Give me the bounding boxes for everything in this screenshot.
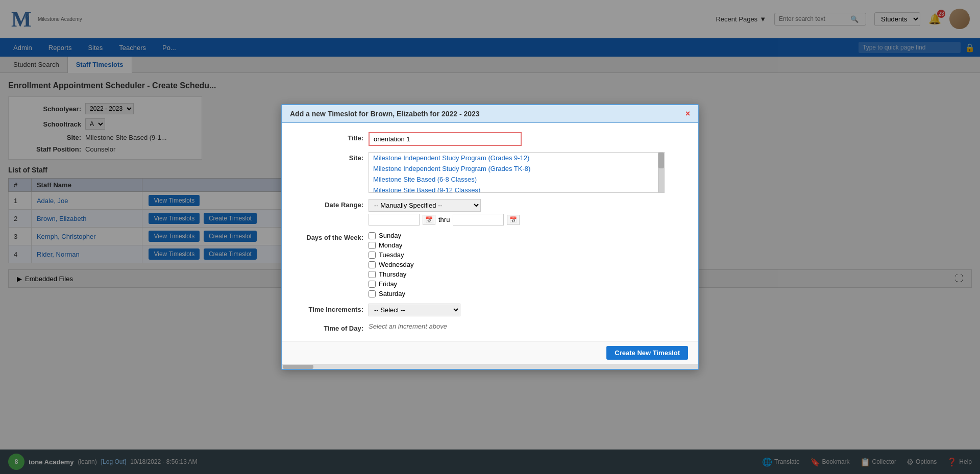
sunday-label: Sunday [379, 232, 401, 239]
site-option-2[interactable]: Milestone Independent Study Program (Gra… [369, 163, 664, 174]
checkbox-wednesday[interactable] [369, 261, 376, 268]
site-option-1[interactable]: Milestone Independent Study Program (Gra… [369, 153, 664, 163]
create-timeslot-button[interactable]: Create New Timeslot [606, 346, 688, 360]
modal-site-row: Site: Milestone Independent Study Progra… [282, 149, 698, 196]
date-range-select[interactable]: -- Manually Specified -- [369, 199, 481, 212]
site-option-4[interactable]: Milestone Site Based (9-12 Classes) [369, 185, 664, 193]
modal-body: Title: Site: Milestone Independent Study… [282, 123, 698, 341]
time-of-day-container: Select an increment above [369, 322, 688, 330]
scrollbar-thumb [658, 153, 664, 168]
title-input[interactable] [369, 132, 522, 146]
calendar-from-button[interactable]: 📅 [423, 215, 435, 225]
day-wednesday: Wednesday [369, 261, 688, 268]
day-friday: Friday [369, 280, 688, 288]
day-thursday: Thursday [369, 270, 688, 278]
site-field-label: Site: [292, 152, 363, 162]
timeslot-modal: Add a new Timeslot for Brown, Elizabeth … [281, 104, 699, 370]
day-sunday: Sunday [369, 232, 688, 239]
day-saturday: Saturday [369, 290, 688, 297]
time-increments-label: Time Increments: [292, 304, 363, 313]
checkbox-saturday[interactable] [369, 290, 376, 297]
title-field-container [369, 132, 688, 146]
monday-label: Monday [379, 241, 402, 249]
thru-label: thru [438, 216, 450, 223]
date-inputs: 📅 thru 📅 [369, 214, 688, 226]
date-to-input[interactable] [453, 214, 504, 226]
checkbox-monday[interactable] [369, 242, 376, 249]
title-field-label: Title: [292, 132, 363, 142]
modal-time-increments-row: Time Increments: -- Select -- [282, 301, 698, 319]
time-increments-select[interactable]: -- Select -- [369, 304, 460, 316]
modal-footer: Create New Timeslot [282, 341, 698, 364]
date-range-container: -- Manually Specified -- 📅 thru 📅 [369, 199, 688, 226]
site-option-3[interactable]: Milestone Site Based (6-8 Classes) [369, 174, 664, 185]
site-field-container: Milestone Independent Study Program (Gra… [369, 152, 688, 193]
horizontal-scrollbar [282, 364, 698, 369]
checkbox-tuesday[interactable] [369, 252, 376, 259]
modal-date-range-row: Date Range: -- Manually Specified -- 📅 t… [282, 196, 698, 229]
calendar-to-button[interactable]: 📅 [507, 215, 520, 225]
modal-title: Add a new Timeslot for Brown, Elizabeth … [290, 110, 480, 118]
wednesday-label: Wednesday [379, 261, 413, 268]
time-of-day-text: Select an increment above [369, 322, 447, 330]
modal-title-row: Title: [282, 129, 698, 149]
day-tuesday: Tuesday [369, 251, 688, 259]
modal-close-button[interactable]: × [685, 109, 690, 118]
days-label: Days of the Week: [292, 232, 363, 241]
day-monday: Monday [369, 241, 688, 249]
date-from-input[interactable] [369, 214, 420, 226]
date-range-label: Date Range: [292, 199, 363, 209]
days-container: Sunday Monday Tuesday Wednesday [369, 232, 688, 297]
checkbox-thursday[interactable] [369, 271, 376, 278]
modal-time-of-day-row: Time of Day: Select an increment above [282, 319, 698, 335]
saturday-label: Saturday [379, 290, 405, 297]
time-of-day-label: Time of Day: [292, 322, 363, 332]
modal-days-row: Days of the Week: Sunday Monday Tuesday [282, 229, 698, 301]
checkbox-sunday[interactable] [369, 232, 376, 239]
tuesday-label: Tuesday [379, 251, 404, 259]
modal-overlay: Add a new Timeslot for Brown, Elizabeth … [0, 0, 980, 474]
modal-header: Add a new Timeslot for Brown, Elizabeth … [282, 105, 698, 123]
scrollbar-track [658, 153, 664, 192]
thursday-label: Thursday [379, 270, 406, 278]
checkbox-friday[interactable] [369, 281, 376, 288]
site-dropdown-list: Milestone Independent Study Program (Gra… [369, 152, 665, 193]
scrollbar-thumb-h [283, 365, 313, 369]
friday-label: Friday [379, 280, 397, 288]
time-increments-container: -- Select -- [369, 304, 688, 316]
